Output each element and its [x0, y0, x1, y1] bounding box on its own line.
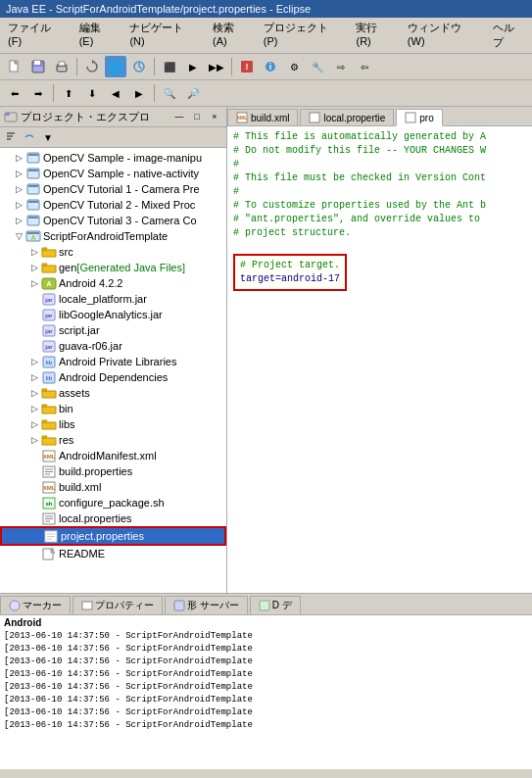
- explorer-menu-button[interactable]: ▼: [39, 128, 57, 146]
- menu-edit[interactable]: 編集(E): [75, 20, 119, 51]
- collapse-all-button[interactable]: [2, 128, 20, 146]
- tab-projectprops[interactable]: pro: [396, 109, 442, 126]
- tool7[interactable]: !: [236, 56, 258, 77]
- refresh-button[interactable]: [81, 56, 103, 77]
- android-project-icon: A: [25, 229, 41, 243]
- svg-rect-29: [28, 201, 38, 203]
- tree-item-opencv1[interactable]: ▷ OpenCV Sample - image-manipu: [0, 150, 226, 166]
- link-with-editor-button[interactable]: [21, 128, 38, 146]
- forward-button[interactable]: ➡: [27, 82, 49, 104]
- data-icon: [259, 600, 270, 611]
- tree-item-src[interactable]: ▷ src: [0, 244, 226, 260]
- collapse-button[interactable]: 🔎: [182, 82, 204, 104]
- new-button[interactable]: [4, 56, 25, 77]
- tree-item-guava[interactable]: jar guava-r06.jar: [0, 338, 226, 354]
- svg-text:jar: jar: [44, 328, 53, 334]
- tree-item-label: Android 4.2.2: [59, 277, 122, 289]
- tab-datatools[interactable]: D デ: [250, 596, 301, 614]
- tree-item-buildxml[interactable]: XML build.xml: [0, 479, 226, 495]
- svg-rect-71: [310, 113, 319, 122]
- tool11[interactable]: ⇨: [330, 56, 352, 77]
- tree-item-locale[interactable]: jar locale_platform.jar: [0, 291, 226, 307]
- tree-item-gen[interactable]: ▷ gen [Generated Java Files]: [0, 260, 226, 275]
- svg-rect-4: [33, 67, 43, 72]
- globe-button[interactable]: 🌐: [105, 56, 126, 77]
- tree-item-configure[interactable]: sh configure_package.sh: [0, 495, 226, 511]
- folder-icon: [41, 417, 57, 431]
- up-button[interactable]: ⬆: [58, 82, 79, 104]
- tree-item-readme[interactable]: README: [0, 546, 226, 561]
- save-button[interactable]: [27, 56, 49, 77]
- properties-icon: [43, 529, 59, 543]
- down-button[interactable]: ⬇: [81, 82, 103, 104]
- tree-item-res[interactable]: ▷ res: [0, 432, 226, 448]
- menu-search[interactable]: 検索(A): [209, 20, 252, 51]
- prev-button[interactable]: ◀: [105, 82, 126, 104]
- collapse-panel-button[interactable]: —: [171, 109, 187, 124]
- menu-project[interactable]: プロジェクト(P): [260, 20, 345, 51]
- close-panel-button[interactable]: ×: [207, 109, 222, 124]
- tree-item-opencv2[interactable]: ▷ OpenCV Sample - native-activity: [0, 166, 226, 181]
- back-button[interactable]: ⬅: [4, 82, 25, 104]
- tree-item-opencv4[interactable]: ▷ OpenCV Tutorial 2 - Mixed Proc: [0, 197, 226, 213]
- tree-item-assets[interactable]: ▷ assets: [0, 385, 226, 401]
- tree-item-script-root[interactable]: ▽ A ScriptForAndroidTemplate: [0, 228, 226, 244]
- tool6[interactable]: ▶▶: [206, 56, 227, 77]
- tab-marker[interactable]: マーカー: [0, 596, 71, 614]
- tree-item-projectprops[interactable]: project.properties: [0, 526, 226, 546]
- tree-item-libgoogle[interactable]: jar libGoogleAnalytics.jar: [0, 307, 226, 322]
- tree-item-opencv5[interactable]: ▷ OpenCV Tutorial 3 - Camera Co: [0, 213, 226, 228]
- console-line-0: [2013-06-10 14:37:50 - ScriptForAndroidT…: [4, 630, 528, 643]
- jar-icon: jar: [41, 339, 57, 353]
- svg-text:lib: lib: [46, 360, 53, 365]
- tree-view: ▷ OpenCV Sample - image-manipu ▷ OpenCV …: [0, 148, 226, 593]
- tab-buildxml[interactable]: XML build.xml: [227, 109, 298, 125]
- menu-help[interactable]: ヘルプ: [489, 20, 528, 51]
- tree-item-label: build.properties: [59, 465, 132, 477]
- menu-window[interactable]: ウィンドウ(W): [404, 20, 481, 51]
- tool9[interactable]: ⚙: [283, 56, 305, 77]
- editor-code-target: target=android-17: [240, 272, 340, 286]
- menu-navigate[interactable]: ナビゲート(N): [125, 20, 201, 51]
- tool10[interactable]: 🔧: [307, 56, 328, 77]
- tree-item-label: Android Private Libraries: [59, 356, 176, 367]
- tree-item-androidmanifest[interactable]: XML AndroidManifest.xml: [0, 448, 226, 463]
- menu-file[interactable]: ファイル(F): [4, 20, 68, 51]
- tab-label: プロパティー: [95, 599, 154, 612]
- maximize-panel-button[interactable]: □: [189, 109, 205, 124]
- tool8[interactable]: i: [260, 56, 281, 77]
- svg-rect-7: [58, 68, 66, 69]
- tab-servers[interactable]: 形 サーバー: [165, 596, 248, 614]
- tree-item-label: OpenCV Tutorial 1 - Camera Pre: [43, 183, 200, 195]
- tool12[interactable]: ⇦: [354, 56, 375, 77]
- tool3[interactable]: [128, 56, 150, 77]
- tree-item-libs[interactable]: ▷ libs: [0, 416, 226, 432]
- sh-icon: sh: [41, 496, 57, 510]
- tree-item-localprops[interactable]: local.properties: [0, 511, 226, 526]
- next-button[interactable]: ▶: [128, 82, 150, 104]
- arrow-icon: ▷: [16, 169, 25, 178]
- tree-item-androidprivate[interactable]: ▷ lib Android Private Libraries: [0, 354, 226, 369]
- editor-line-3: #: [233, 158, 526, 171]
- tab-properties[interactable]: プロパティー: [73, 596, 163, 614]
- tool5[interactable]: ▶: [182, 56, 204, 77]
- print-button[interactable]: [51, 56, 73, 77]
- tree-item-bin[interactable]: ▷ bin: [0, 401, 226, 416]
- tool4[interactable]: ⬛: [159, 56, 180, 77]
- bottom-content: Android [2013-06-10 14:37:50 - ScriptFor…: [0, 615, 532, 769]
- menu-run[interactable]: 実行(R): [352, 20, 395, 51]
- arrow-icon: ▷: [16, 216, 25, 225]
- tree-item-script[interactable]: jar script.jar: [0, 322, 226, 338]
- tab-label: local.propertie: [323, 113, 385, 123]
- tree-item-buildprops[interactable]: build.properties: [0, 463, 226, 479]
- tree-item-opencv3[interactable]: ▷ OpenCV Tutorial 1 - Camera Pre: [0, 181, 226, 197]
- editor-area[interactable]: # This file is automatically generated b…: [227, 126, 532, 593]
- tab-localprops[interactable]: local.propertie: [300, 109, 394, 125]
- tree-item-android[interactable]: ▷ A Android 4.2.2: [0, 275, 226, 291]
- console-line-5: [2013-06-10 14:37:56 - ScriptForAndroidT…: [4, 694, 528, 706]
- project-icon: [25, 182, 41, 196]
- expand-button[interactable]: 🔍: [159, 82, 180, 104]
- tree-item-androiddep[interactable]: ▷ lib Android Dependencies: [0, 369, 226, 385]
- svg-rect-76: [260, 601, 269, 610]
- props-icon: [81, 600, 93, 611]
